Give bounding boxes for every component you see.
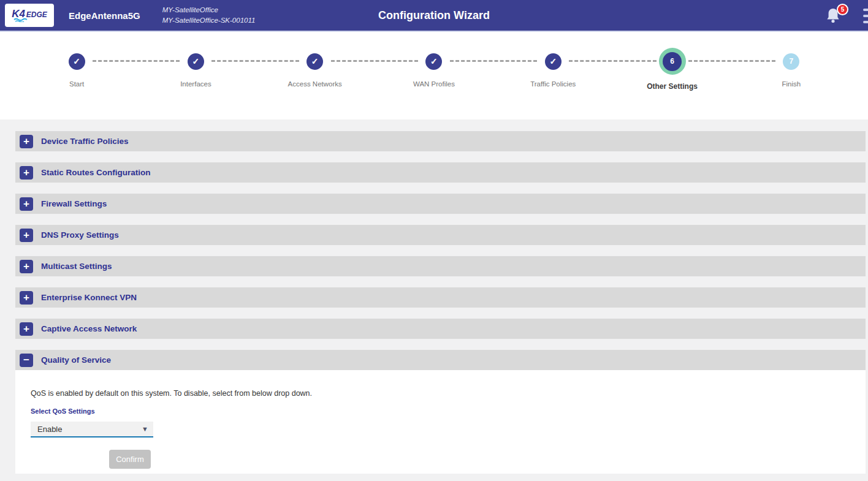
- step-check-icon: ✓: [545, 53, 562, 70]
- device-name: MY-SatelliteOffice: [162, 5, 256, 15]
- expand-icon[interactable]: +: [20, 135, 33, 148]
- active-step-ring: 6: [659, 48, 686, 75]
- collapse-icon[interactable]: −: [20, 354, 33, 367]
- step-other-settings[interactable]: 6 Other Settings: [612, 48, 731, 91]
- product-name: EdgeAntenna5G: [69, 10, 140, 21]
- step-check-icon: ✓: [188, 53, 204, 70]
- step-label: Interfaces: [180, 80, 211, 88]
- wizard-stepper: ✓ Start ✓ Interfaces ✓ Access Networks ✓…: [17, 48, 851, 91]
- accordion-title: Enterprise Konnect VPN: [41, 293, 137, 302]
- accordion-multicast-settings[interactable]: + Multicast Settings: [15, 256, 866, 276]
- accordion-firewall-settings[interactable]: + Firewall Settings: [15, 194, 866, 214]
- accordion-title: DNS Proxy Settings: [41, 230, 119, 240]
- step-number: 7: [783, 53, 799, 70]
- wizard-stepper-band: ✓ Start ✓ Interfaces ✓ Access Networks ✓…: [0, 32, 868, 119]
- step-check-icon: ✓: [69, 53, 85, 70]
- top-header: K4 EDGE EdgeAntenna5G MY-SatelliteOffice…: [0, 0, 868, 32]
- expand-icon[interactable]: +: [20, 229, 33, 242]
- accordion-title: Multicast Settings: [41, 262, 112, 271]
- device-serial: MY-SatelliteOffice-SK-001011: [162, 15, 256, 26]
- accordion-static-routes[interactable]: + Static Routes Configuration: [15, 162, 866, 183]
- qos-description: QoS is enabled by default on this system…: [31, 389, 866, 398]
- accordion-quality-of-service[interactable]: − Quality of Service: [15, 350, 866, 370]
- notification-badge: 5: [837, 4, 848, 15]
- expand-icon[interactable]: +: [20, 260, 33, 273]
- confirm-button[interactable]: Confirm: [109, 450, 151, 469]
- chevron-down-icon: ▼: [142, 425, 148, 433]
- qos-select-label: Select QoS Settings: [31, 407, 866, 415]
- step-finish[interactable]: 7 Finish: [732, 48, 851, 91]
- step-label: Finish: [782, 80, 801, 88]
- settings-accordion-list: + Device Traffic Policies + Static Route…: [0, 119, 868, 474]
- qos-settings-dropdown[interactable]: Enable ▼: [31, 422, 153, 437]
- step-traffic-policies[interactable]: ✓ Traffic Policies: [493, 48, 612, 91]
- notifications-button[interactable]: 5: [825, 6, 842, 27]
- step-interfaces[interactable]: ✓ Interfaces: [136, 48, 255, 91]
- logo-wave-icon: [13, 18, 29, 22]
- accordion-captive-access-network[interactable]: + Captive Access Network: [15, 319, 866, 339]
- hamburger-menu-icon[interactable]: [863, 9, 868, 23]
- accordion-title: Static Routes Configuration: [41, 168, 151, 177]
- brand-logo: K4 EDGE: [5, 4, 54, 27]
- expand-icon[interactable]: +: [20, 197, 33, 211]
- accordion-device-traffic-policies[interactable]: + Device Traffic Policies: [15, 131, 866, 151]
- step-label: Access Networks: [288, 80, 342, 88]
- accordion-enterprise-konnect-vpn[interactable]: + Enterprise Konnect VPN: [15, 287, 866, 308]
- step-wan-profiles[interactable]: ✓ WAN Profiles: [375, 48, 493, 91]
- accordion-title: Captive Access Network: [41, 324, 137, 333]
- step-label: Other Settings: [647, 82, 698, 91]
- accordion-dns-proxy-settings[interactable]: + DNS Proxy Settings: [15, 225, 866, 245]
- device-info: MY-SatelliteOffice MY-SatelliteOffice-SK…: [162, 5, 256, 26]
- accordion-title: Device Traffic Policies: [41, 137, 129, 146]
- accordion-title: Firewall Settings: [41, 199, 107, 208]
- step-check-icon: ✓: [425, 53, 442, 70]
- qos-panel: QoS is enabled by default on this system…: [15, 370, 866, 474]
- step-number: 6: [663, 52, 682, 71]
- step-check-icon: ✓: [306, 53, 323, 70]
- step-label: Traffic Policies: [530, 80, 576, 88]
- step-start[interactable]: ✓ Start: [17, 48, 136, 91]
- expand-icon[interactable]: +: [20, 166, 33, 180]
- step-label: WAN Profiles: [413, 80, 455, 88]
- qos-dropdown-value: Enable: [37, 425, 142, 434]
- step-label: Start: [69, 80, 84, 88]
- expand-icon[interactable]: +: [20, 291, 33, 305]
- step-access-networks[interactable]: ✓ Access Networks: [256, 48, 375, 91]
- accordion-title: Quality of Service: [41, 355, 111, 365]
- expand-icon[interactable]: +: [20, 322, 33, 336]
